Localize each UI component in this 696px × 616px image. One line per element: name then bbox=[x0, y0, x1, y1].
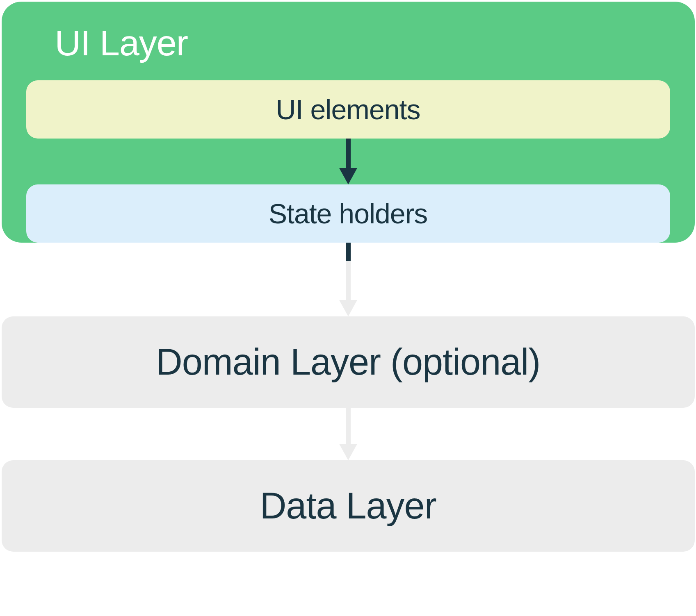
architecture-diagram: UI Layer UI elements State holders Domai… bbox=[0, 0, 696, 616]
ui-elements-box: UI elements bbox=[26, 80, 670, 139]
domain-layer-box: Domain Layer (optional) bbox=[2, 316, 695, 408]
arrow-state-to-domain bbox=[336, 243, 361, 316]
ui-layer-title: UI Layer bbox=[26, 22, 670, 64]
svg-marker-6 bbox=[339, 444, 357, 460]
svg-marker-4 bbox=[339, 300, 357, 316]
arrow-down-icon bbox=[336, 408, 361, 460]
ui-layer-container: UI Layer UI elements State holders bbox=[2, 2, 695, 243]
arrow-down-icon bbox=[336, 139, 361, 184]
svg-marker-1 bbox=[339, 168, 357, 184]
state-holders-box: State holders bbox=[26, 184, 670, 243]
arrow-domain-to-data bbox=[336, 408, 361, 460]
arrow-ui-to-state bbox=[26, 139, 670, 184]
arrow-down-icon bbox=[336, 243, 361, 316]
data-layer-box: Data Layer bbox=[2, 460, 695, 552]
